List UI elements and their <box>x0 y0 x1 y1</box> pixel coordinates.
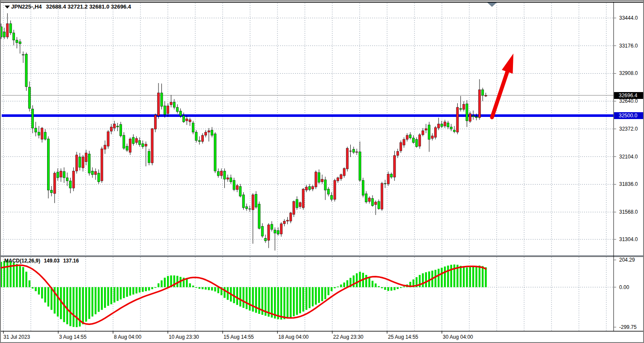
bear-candle <box>116 126 119 127</box>
bull-candle <box>289 213 292 221</box>
bear-candle <box>132 137 134 143</box>
bear-candle <box>28 87 30 109</box>
macd-histogram-bar <box>340 284 342 287</box>
macd-histogram-bar <box>460 266 462 287</box>
bear-candle <box>249 209 251 209</box>
macd-histogram-bar <box>41 287 43 298</box>
bull-candle <box>151 128 153 163</box>
bear-candle <box>211 130 213 135</box>
macd-histogram-bar <box>126 287 128 297</box>
bull-candle <box>170 102 172 105</box>
macd-histogram-bar <box>255 287 257 313</box>
bear-candle <box>245 207 247 209</box>
time-axis-label: 3 Aug 14:55 <box>59 334 86 340</box>
bull-candle <box>340 175 342 179</box>
bear-candle <box>327 189 329 194</box>
time-axis-label: 8 Aug 04:00 <box>114 334 141 340</box>
bull-candle <box>431 136 433 138</box>
macd-histogram-bar <box>1 262 2 287</box>
bear-candle <box>91 171 93 174</box>
macd-histogram-bar <box>167 276 169 287</box>
price-axis-label: 33444.0 <box>619 15 638 21</box>
bull-candle <box>227 178 229 179</box>
bear-candle <box>324 180 326 190</box>
macd-histogram-bar <box>246 287 247 309</box>
bear-candle <box>1 27 2 37</box>
time-axis[interactable] <box>1 331 644 343</box>
macd-signal-value: 137.16 <box>63 258 79 264</box>
bull-candle <box>394 155 396 177</box>
macd-histogram-bar <box>110 287 112 304</box>
macd-histogram-bar <box>142 287 143 292</box>
bull-candle <box>469 113 471 121</box>
symbol-name: JPN225-,H4 <box>11 3 42 10</box>
price-axis-label: 31304.0 <box>619 236 638 242</box>
bear-candle <box>12 33 15 40</box>
macd-histogram-bar <box>76 287 78 327</box>
macd-histogram-bar <box>211 287 213 291</box>
macd-histogram-bar <box>186 279 188 287</box>
macd-histogram-bar <box>425 272 427 287</box>
macd-histogram-bar <box>375 283 376 287</box>
macd-histogram-bar <box>353 275 355 287</box>
macd-histogram-bar <box>309 287 310 308</box>
bull-candle <box>268 225 270 240</box>
bear-candle <box>57 172 59 178</box>
bear-candle <box>51 190 53 193</box>
macd-histogram-bar <box>397 287 399 289</box>
macd-histogram-bar <box>372 281 373 287</box>
macd-histogram-bar <box>44 287 46 303</box>
macd-histogram-bar <box>239 287 241 307</box>
bear-candle <box>308 187 310 190</box>
macd-histogram-bar <box>123 287 125 298</box>
bear-candle <box>38 132 40 135</box>
macd-histogram-bar <box>6 260 8 287</box>
macd-histogram-bar <box>280 287 282 320</box>
macd-histogram-bar <box>129 287 131 296</box>
bear-candle <box>98 173 100 182</box>
bear-candle <box>359 152 361 180</box>
price-chart-canvas[interactable] <box>1 1 644 343</box>
bull-candle <box>236 185 238 190</box>
macd-histogram-bar <box>438 269 439 287</box>
bear-candle <box>296 200 298 208</box>
bear-candle <box>242 195 244 208</box>
macd-histogram-bar <box>19 266 21 287</box>
bear-candle <box>233 180 235 190</box>
price-axis-label: 31568.0 <box>619 209 638 215</box>
bear-candle <box>195 132 197 140</box>
bear-candle <box>271 224 273 230</box>
bull-candle <box>321 179 323 182</box>
macd-histogram-bar <box>331 287 332 291</box>
macd-histogram-bar <box>249 287 250 311</box>
time-axis-label: 10 Aug 23:30 <box>169 334 199 340</box>
bull-candle <box>110 127 112 131</box>
bull-candle <box>444 122 446 126</box>
macd-histogram-bar <box>299 287 301 313</box>
macd-histogram-bar <box>69 287 71 326</box>
macd-histogram-bar <box>16 264 18 287</box>
macd-histogram-bar <box>73 287 75 327</box>
bull-candle <box>397 151 399 155</box>
trend-arrow-head[interactable] <box>502 54 513 74</box>
macd-histogram-bar <box>293 287 295 316</box>
macd-histogram-bar <box>328 287 329 295</box>
symbol-dropdown-icon[interactable] <box>5 6 10 9</box>
bull-candle <box>186 119 188 121</box>
bull-candle <box>299 203 301 207</box>
macd-histogram-bar <box>218 287 219 293</box>
macd-histogram-bar <box>368 278 370 287</box>
bull-candle <box>305 187 307 190</box>
trend-arrow-shaft[interactable] <box>492 69 508 117</box>
bear-candle <box>44 132 46 139</box>
macd-histogram-bar <box>441 268 442 287</box>
macd-histogram-bar <box>286 287 288 319</box>
bear-candle <box>182 116 185 122</box>
scroll-marker-icon[interactable] <box>487 3 497 7</box>
bear-candle <box>3 32 5 37</box>
bear-candle <box>123 135 125 148</box>
price-axis[interactable] <box>614 1 644 331</box>
bear-candle <box>230 178 232 182</box>
bear-candle <box>35 128 37 132</box>
price-axis-label: 32640.0 <box>619 98 638 104</box>
